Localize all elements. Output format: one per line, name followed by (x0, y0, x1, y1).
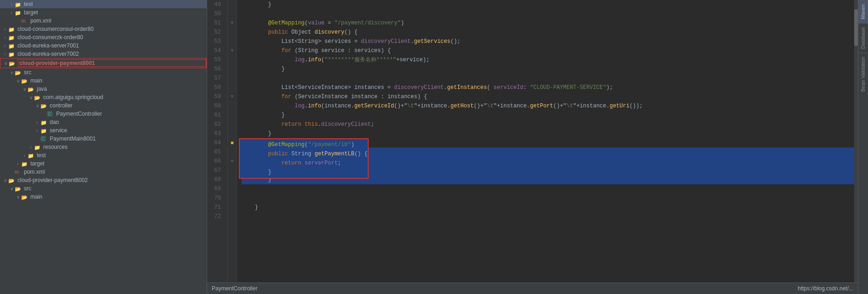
folder-icon (15, 186, 22, 191)
file-tree: › test › target pom.xml › cloud-consumer… (0, 0, 207, 294)
code-line-70 (242, 194, 854, 203)
tree-item-main[interactable]: ∨ main (0, 76, 207, 85)
gutter-67 (228, 166, 237, 175)
code-line-61: } (242, 111, 854, 120)
code-line-50 (242, 9, 854, 18)
code-line-72 (242, 212, 854, 221)
tree-item-eureka7001[interactable]: › cloud-eureka-server7001 (0, 41, 207, 50)
tree-item-consumerzk80[interactable]: › cloud-consumerzk-order80 (0, 33, 207, 41)
code-lines[interactable]: } @GetMapping(value = "/payment/discover… (237, 0, 854, 282)
arrow-icon: › (34, 120, 41, 125)
arrow-icon: ∨ (2, 178, 8, 183)
line-num-72: 72 (207, 212, 224, 221)
tree-item-consul80[interactable]: › cloud-consumerconsul-order80 (0, 25, 207, 33)
arrow-icon: ∨ (15, 194, 21, 200)
arrow-icon: ∨ (15, 78, 21, 83)
tree-label: PaymentMain8001 (50, 135, 207, 142)
code-line-58: List<ServiceInstance> instances = discov… (242, 83, 854, 92)
gutter-66: ▽ (228, 157, 237, 166)
folder-icon (8, 177, 16, 183)
gutter-58 (228, 83, 237, 92)
line-num-53: 53 (207, 37, 224, 46)
tree-label: test (24, 1, 207, 7)
line-num-61: 61 (207, 111, 224, 120)
tree-item-controller[interactable]: ∨ controller (0, 101, 207, 110)
tree-item-package[interactable]: ∨ com.atguigu.springcloud (0, 93, 207, 101)
tree-item-resources[interactable]: › resources (0, 143, 207, 151)
tree-label: target (30, 160, 207, 167)
tree-item-eureka7002[interactable]: › cloud-eureka-server7002 (0, 50, 207, 58)
code-line-54: for (String service : services) { (242, 46, 854, 55)
gutter-62 (228, 120, 237, 129)
code-line-57 (242, 74, 854, 83)
tree-item-dao[interactable]: › dao (0, 118, 207, 126)
folder-icon (21, 161, 29, 166)
arrow-icon: › (28, 145, 34, 150)
tree-item-pom1[interactable]: pom.xml (0, 17, 207, 25)
folder-icon (34, 144, 41, 150)
gutter-72 (228, 212, 237, 221)
gutter-59: ▽ (228, 92, 237, 101)
tree-item-main2[interactable]: ∨ main (0, 193, 207, 201)
line-num-55: 55 (207, 55, 224, 65)
tree-label: main (30, 194, 207, 200)
panel-tab-bean-validation[interactable]: Bean Validation (858, 53, 868, 95)
line-num-59: 59 (207, 92, 224, 101)
folder-icon (41, 103, 48, 108)
tree-item-test2[interactable]: › test (0, 151, 207, 159)
line-num-51: 51 (207, 18, 224, 28)
line-num-56: 56 (207, 65, 224, 74)
tree-item-target2[interactable]: › target (0, 159, 207, 168)
tree-item-PaymentController[interactable]: PaymentController (0, 110, 207, 118)
popup-line-66: public String getPaymentLB() { (240, 149, 368, 159)
popup-region: @GetMapping("/payment/lb") public String… (242, 147, 854, 184)
code-line-55: log.info("********服务名称*****"+service); (242, 55, 854, 65)
tree-label: java (37, 86, 207, 92)
folder-icon (15, 1, 22, 7)
folder-icon (8, 51, 16, 57)
tree-item-target[interactable]: › target (0, 8, 207, 17)
gutter-69 (228, 184, 237, 194)
line-num-52: 52 (207, 28, 224, 37)
line-num-68: 68 (207, 175, 224, 184)
arrow-icon: ∨ (21, 87, 28, 92)
panel-tab-maven[interactable]: Maven (858, 0, 868, 23)
arrow-icon: ∨ (2, 61, 9, 66)
folder-icon (8, 26, 16, 32)
tree-item-payment8002[interactable]: ∨ cloud-provider-payment8002 (0, 176, 207, 184)
arrow-icon: › (8, 10, 15, 15)
tree-item-test[interactable]: › test (0, 0, 207, 8)
folder-icon (34, 94, 41, 100)
tree-label: dao (50, 119, 207, 125)
tree-item-PaymentMain8001[interactable]: PaymentMain8001 (0, 135, 207, 143)
gutter-53 (228, 37, 237, 46)
tree-item-service[interactable]: › service (0, 126, 207, 135)
line-num-71: 71 (207, 203, 224, 212)
pom-icon (15, 169, 22, 175)
tree-label: cloud-eureka-server7002 (17, 51, 207, 57)
gutter: ▽ ▽ ▽ ● ▽ (228, 0, 237, 282)
folder-open-icon (9, 60, 16, 66)
line-num-70: 70 (207, 194, 224, 203)
tree-item-pom2[interactable]: pom.xml (0, 168, 207, 176)
scrollbar[interactable] (854, 0, 858, 282)
tree-label: cloud-consumerzk-order80 (17, 34, 207, 41)
tree-item-src2[interactable]: ∨ src (0, 184, 207, 193)
tree-item-payment8001[interactable]: ∨ cloud-provider-payment8001 (0, 58, 207, 68)
arrow-icon: ∨ (8, 70, 15, 75)
folder-icon (8, 35, 16, 40)
gutter-64: ● (228, 138, 237, 147)
status-bar: PaymentController https://blog.csdn.net/… (207, 282, 858, 294)
tree-item-src[interactable]: ∨ src (0, 68, 207, 76)
panel-tab-database[interactable]: Database (858, 23, 868, 53)
scrollbar-thumb[interactable] (854, 9, 858, 46)
gutter-55 (228, 55, 237, 65)
tree-label: target (24, 9, 207, 16)
code-editor: 49 50 51 52 53 54 55 56 57 58 59 60 61 6… (207, 0, 858, 294)
folder-icon (28, 86, 35, 92)
fold-icon: ▽ (231, 92, 233, 101)
gutter-61 (228, 111, 237, 120)
tree-item-java[interactable]: ∨ java (0, 85, 207, 93)
gutter-70 (228, 194, 237, 203)
code-line-53: List<String> services = discoveryClient.… (242, 37, 854, 46)
